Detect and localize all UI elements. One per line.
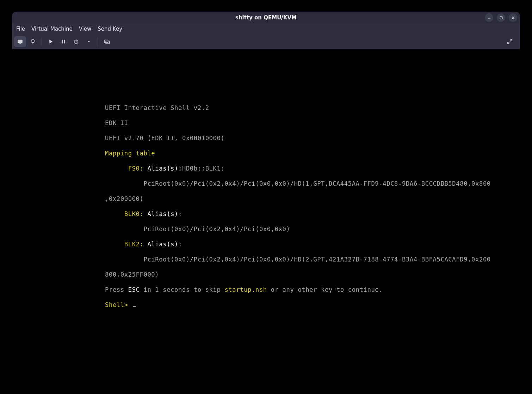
console-line: PciRoot(0x0)/Pci(0x2,0x4)/Pci(0x0,0x0) bbox=[105, 226, 426, 233]
menu-virtual-machine[interactable]: Virtual Machine bbox=[31, 26, 73, 32]
console-line: UEFI v2.70 (EDK II, 0x00010000) bbox=[105, 135, 426, 142]
cursor-icon bbox=[133, 306, 136, 307]
console-line: 800,0x25FF000) bbox=[105, 271, 426, 279]
shutdown-button[interactable] bbox=[70, 36, 82, 47]
blk0-label: BLK0: bbox=[124, 210, 144, 217]
pause-icon bbox=[60, 38, 67, 45]
minimize-icon bbox=[487, 16, 491, 20]
fs0-label: FS0: bbox=[128, 165, 144, 172]
screenshot-button[interactable] bbox=[101, 36, 113, 47]
console-line: PciRoot(0x0)/Pci(0x2,0x4)/Pci(0x0,0x0)/H… bbox=[105, 256, 426, 264]
blk2-alias-label: Alias(s): bbox=[144, 241, 182, 248]
toolbar-separator-2 bbox=[98, 37, 98, 46]
blk0-alias-label: Alias(s): bbox=[144, 210, 182, 217]
power-icon bbox=[73, 38, 79, 45]
press-text: Press bbox=[105, 286, 128, 293]
fs0-alias-value: HD0b:;BLK1: bbox=[182, 165, 224, 172]
console-line: Mapping table bbox=[105, 150, 426, 158]
console-line: PciRoot(0x0)/Pci(0x2,0x4)/Pci(0x0,0x0)/H… bbox=[105, 180, 426, 188]
shell-prompt: Shell> bbox=[105, 301, 132, 308]
vm-window: shitty on QEMU/KVM File Virtual Machine … bbox=[12, 12, 520, 394]
svg-rect-16 bbox=[106, 41, 110, 44]
run-button[interactable] bbox=[45, 36, 57, 47]
maximize-icon bbox=[499, 16, 503, 20]
console-line: ,0x200000) bbox=[105, 195, 426, 203]
titlebar: shitty on QEMU/KVM bbox=[12, 12, 520, 24]
pause-button[interactable] bbox=[57, 36, 69, 47]
fs0-alias-label: Alias(s): bbox=[143, 165, 182, 172]
play-icon bbox=[48, 38, 54, 45]
guest-display[interactable]: UEFI Interactive Shell v2.2 EDK II UEFI … bbox=[12, 49, 520, 394]
close-icon bbox=[511, 16, 515, 20]
menu-send-key[interactable]: Send Key bbox=[98, 26, 122, 32]
details-view-button[interactable] bbox=[27, 36, 39, 47]
close-button[interactable] bbox=[509, 13, 517, 22]
console-line: BLK2: Alias(s): bbox=[105, 241, 426, 248]
shell-prompt-line: Shell> bbox=[105, 301, 426, 309]
toolbar-separator bbox=[42, 37, 42, 46]
console-line: UEFI Interactive Shell v2.2 bbox=[105, 104, 426, 112]
esc-key-label: ESC bbox=[128, 286, 140, 293]
svg-point-6 bbox=[31, 39, 35, 43]
svg-rect-1 bbox=[500, 17, 502, 19]
mapping-table-heading: Mapping table bbox=[105, 150, 155, 157]
blk2-label: BLK2: bbox=[124, 241, 144, 248]
fullscreen-button[interactable] bbox=[504, 36, 516, 47]
screenshot-icon bbox=[104, 38, 110, 45]
chevron-down-icon bbox=[86, 39, 91, 44]
svg-marker-9 bbox=[49, 40, 52, 44]
console-line: FS0: Alias(s):HD0b:;BLK1: bbox=[105, 165, 426, 173]
startup-file: startup.nsh bbox=[224, 286, 267, 293]
monitor-icon bbox=[17, 38, 23, 45]
svg-rect-11 bbox=[64, 40, 65, 44]
shutdown-menu-button[interactable] bbox=[83, 36, 95, 47]
svg-marker-14 bbox=[88, 41, 90, 42]
console-line: EDK II bbox=[105, 119, 426, 127]
svg-rect-4 bbox=[18, 40, 23, 43]
svg-rect-5 bbox=[19, 43, 21, 44]
uefi-shell-console: UEFI Interactive Shell v2.2 EDK II UEFI … bbox=[105, 97, 426, 324]
menu-file[interactable]: File bbox=[16, 26, 25, 32]
menu-view[interactable]: View bbox=[79, 26, 92, 32]
fullscreen-icon bbox=[507, 38, 513, 45]
svg-rect-10 bbox=[62, 40, 63, 44]
svg-rect-15 bbox=[104, 40, 108, 43]
lightbulb-icon bbox=[30, 38, 36, 45]
menubar: File Virtual Machine View Send Key bbox=[12, 24, 520, 34]
window-controls bbox=[485, 12, 517, 24]
window-title: shitty on QEMU/KVM bbox=[235, 14, 297, 21]
console-line: Press ESC in 1 seconds to skip startup.n… bbox=[105, 286, 426, 294]
press-text: or any other key to continue. bbox=[267, 286, 383, 293]
console-line: BLK0: Alias(s): bbox=[105, 210, 426, 218]
maximize-button[interactable] bbox=[497, 13, 505, 22]
press-text: in 1 seconds to skip bbox=[140, 286, 225, 293]
toolbar bbox=[12, 34, 520, 49]
minimize-button[interactable] bbox=[485, 13, 493, 22]
console-view-button[interactable] bbox=[14, 36, 26, 47]
